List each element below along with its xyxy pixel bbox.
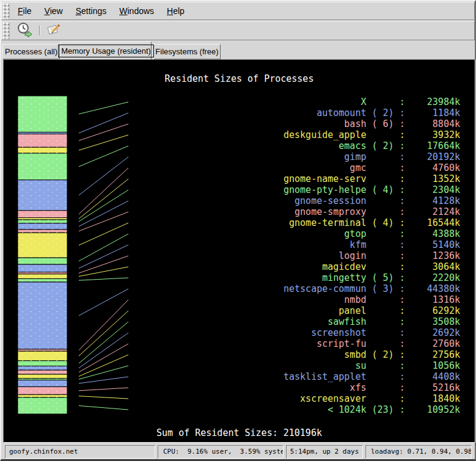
tab-processes-all[interactable]: Processes (all) xyxy=(2,44,60,59)
leader-line xyxy=(79,234,128,261)
menu-items: FileViewSettingsWindowsHelp xyxy=(12,2,192,20)
process-row: xfs : 5216k xyxy=(284,382,467,393)
tab-filesystems-free[interactable]: Filesystems (free) xyxy=(153,44,221,59)
tab-strip: Processes (all)Memory Usage (resident)Fi… xyxy=(1,42,475,59)
leader-line xyxy=(79,333,128,368)
clock-forward-button[interactable] xyxy=(16,22,34,39)
process-row: panel : 6292k xyxy=(284,305,467,316)
leader-line xyxy=(79,146,128,167)
leader-line xyxy=(79,396,128,399)
process-row: gnome-name-serv : 1352k xyxy=(284,173,467,184)
process-row: smbd ( 2) : 2756k xyxy=(284,349,467,360)
notepad-pencil-icon xyxy=(45,22,61,40)
leader-line xyxy=(79,212,128,231)
status-panel-loadavg: loadavg: 0.71, 0.94, 0.98 xyxy=(365,445,472,459)
memory-usage-chart-area: Resident Sizes of Processes X : 23984k a… xyxy=(3,59,475,443)
process-row: deskguide_apple : 3932k xyxy=(284,129,467,140)
toolbar-buttons xyxy=(12,22,62,39)
status-panel-cpu: CPU: 9.16% user, 3.59% system xyxy=(158,445,284,459)
leader-line xyxy=(79,135,128,150)
tab-memory-usage-resident[interactable]: Memory Usage (resident) xyxy=(60,42,152,59)
leader-line xyxy=(79,377,128,383)
process-row: xscreensaver : 1840k xyxy=(284,393,467,404)
status-bar: goofy.chinfox.netCPU: 9.16% user, 3.59% … xyxy=(1,445,475,459)
process-row: gnome-terminal ( 4) : 16544k xyxy=(284,217,467,228)
status-panel-hostname: goofy.chinfox.net xyxy=(5,445,155,459)
leader-line xyxy=(79,124,128,140)
process-row: gnome-session : 4128k xyxy=(284,195,467,206)
process-row: kfm : 5140k xyxy=(284,239,467,250)
process-row: tasklist_applet : 4408k xyxy=(284,371,467,382)
leader-line xyxy=(79,168,128,214)
process-row: nmbd : 1316k xyxy=(284,294,467,305)
menu-file[interactable]: File xyxy=(12,2,39,20)
leader-line xyxy=(79,201,128,227)
menu-bar: FileViewSettingsWindowsHelp xyxy=(1,2,475,20)
process-row: bash ( 6) : 8804k xyxy=(284,118,467,129)
process-row: screenshot : 2692k xyxy=(284,327,467,338)
tab-label: Memory Usage (resident) xyxy=(58,45,154,57)
toolbar xyxy=(1,21,475,40)
leader-line xyxy=(79,179,128,219)
toolbar-drag-handle[interactable] xyxy=(2,22,10,39)
leader-line xyxy=(79,311,128,356)
leader-line xyxy=(79,388,128,391)
leader-line xyxy=(79,289,128,316)
clock-forward-icon xyxy=(16,22,34,40)
leader-line xyxy=(79,113,128,133)
leader-line xyxy=(79,267,128,277)
leader-line xyxy=(79,102,128,114)
leader-line xyxy=(79,157,128,195)
menu-help[interactable]: Help xyxy=(161,2,192,20)
gtop-window: FileViewSettingsWindowsHelp Processes (a… xyxy=(0,0,476,461)
process-row: gnome-pty-helpe ( 4) : 2304k xyxy=(284,184,467,195)
tab-label: Processes (all) xyxy=(5,47,57,56)
process-row: su : 1056k xyxy=(284,360,467,371)
process-row: automount ( 2) : 1184k xyxy=(284,107,467,118)
process-row: script-fu : 2760k xyxy=(284,338,467,349)
leader-line xyxy=(79,278,128,280)
process-row: mingetty ( 5) : 2220k xyxy=(284,272,467,283)
tab-label: Filesystems (free) xyxy=(155,47,218,56)
sum-of-resident-sizes-label: Sum of Resident Sizes: 210196k xyxy=(4,427,475,438)
process-row: magicdev : 3064k xyxy=(284,261,467,272)
notepad-pencil-button[interactable] xyxy=(44,22,62,39)
process-row: gmc : 4760k xyxy=(284,162,467,173)
leader-line xyxy=(79,190,128,222)
leader-line xyxy=(79,223,128,245)
process-row: login : 1236k xyxy=(284,250,467,261)
menu-view[interactable]: View xyxy=(39,2,70,20)
process-row: emacs ( 2) : 17664k xyxy=(284,140,467,151)
process-row: gtop : 4388k xyxy=(284,228,467,239)
process-row: gnome-smproxy : 2124k xyxy=(284,206,467,217)
dither-overlay xyxy=(18,96,67,414)
menubar-drag-handle[interactable] xyxy=(2,3,10,19)
menu-settings[interactable]: Settings xyxy=(70,2,114,20)
process-row: < 1024k (23) : 10952k xyxy=(284,404,467,415)
toolbar-separator xyxy=(39,26,40,35)
status-panel-uptime: 5:14pm, up 2 days xyxy=(286,445,363,459)
process-row: sawfish : 3508k xyxy=(284,316,467,327)
menu-windows[interactable]: Windows xyxy=(114,2,161,20)
process-row: X : 23984k xyxy=(284,96,467,107)
leader-line xyxy=(79,405,128,410)
process-list: X : 23984k automount ( 2) : 1184k bash (… xyxy=(284,96,467,415)
process-row: gimp : 20192k xyxy=(284,151,467,162)
process-row: netscape-commun ( 3) : 44380k xyxy=(284,283,467,294)
